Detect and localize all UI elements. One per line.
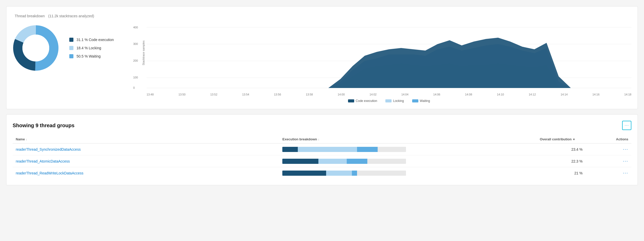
exec-breakdown-cell [279,143,471,155]
actions-cell: ··· [586,155,632,167]
x-label-1402: 14:02 [369,93,377,96]
thread-name-cell: readerThread_AtomicDataAccess [13,155,279,167]
contribution-cell: 21 % [471,167,586,179]
options-button[interactable]: ··· [622,121,631,130]
col-header-contrib[interactable]: Overall contribution [471,135,586,143]
thread-groups-header: Showing 9 thread groups ··· [13,121,631,130]
exec-breakdown-cell [279,155,471,167]
chart-legend-code: Code execution [348,99,377,103]
col-header-name[interactable]: Name [13,135,279,143]
chart-legend-icon-code [348,99,354,102]
actions-cell: ··· [586,143,632,155]
x-label-1408: 14:08 [465,93,472,96]
chart-legend-label-waiting: Waiting [420,99,430,103]
actions-cell: ··· [586,167,632,179]
chart-legend-waiting: Waiting [412,99,430,103]
card-subtitle: (11.2k stacktraces analyzed) [48,14,94,18]
x-label-1414: 14:14 [561,93,568,96]
row-actions-button[interactable]: ··· [623,158,628,164]
y-tick-300: 300 [133,42,138,45]
legend-label-locking: 18.4 % Locking [77,46,101,50]
row-actions-button[interactable]: ··· [623,170,628,175]
exec-bar-locking [326,171,352,176]
exec-bar-other [367,159,406,164]
thread-groups-title: Showing 9 thread groups [13,123,74,128]
x-label-1416: 14:16 [592,93,600,96]
thread-name-cell: readerThread_ReadWriteLockDataAccess [13,167,279,179]
table-row: readerThread_SynchronizedDataAccess 23.4… [13,143,631,155]
exec-breakdown-cell [279,167,471,179]
exec-bar-waiting [347,159,367,164]
donut-section: 31.1 % Code execution 18.4 % Locking 50.… [13,25,121,71]
chart-legend-icon-locking [385,99,392,102]
chart-legend-label-locking: Locking [393,99,404,103]
card-title: Thread breakdown (11.2k stacktraces anal… [13,13,631,19]
area-chart-section: Stacktrace samples [131,25,631,103]
x-label-1404: 14:04 [401,93,409,96]
y-tick-100: 100 [133,76,138,79]
exec-bar-waiting [357,147,378,152]
page: Thread breakdown (11.2k stacktraces anal… [0,0,644,241]
row-actions-button[interactable]: ··· [623,147,628,152]
legend-dot-locking [69,46,73,50]
thread-breakdown-card: Thread breakdown (11.2k stacktraces anal… [6,6,638,109]
x-label-1412: 14:12 [529,93,536,96]
exec-bar-other [357,171,406,176]
donut-chart [13,25,59,71]
breakdown-content: 31.1 % Code execution 18.4 % Locking 50.… [13,25,631,103]
chart-legend: Code execution Locking Waiting [147,99,631,103]
col-header-actions: Actions [586,135,632,143]
legend: 31.1 % Code execution 18.4 % Locking 50.… [69,38,114,58]
legend-dot-code [69,38,73,42]
legend-item-code: 31.1 % Code execution [69,38,114,42]
exec-bar-waiting [352,171,357,176]
table-row: readerThread_ReadWriteLockDataAccess 21 … [13,167,631,179]
col-header-exec[interactable]: Execution breakdown [279,135,471,143]
thread-name-cell: readerThread_SynchronizedDataAccess [13,143,279,155]
contribution-cell: 23.4 % [471,143,586,155]
exec-bar-code [282,147,298,152]
exec-bar [282,147,406,152]
exec-bar-other [378,147,406,152]
y-tick-400: 400 [133,26,138,29]
x-label-1418: 14:18 [624,93,631,96]
table-row: readerThread_AtomicDataAccess 22.3 % ··· [13,155,631,167]
x-label-1356: 13:56 [274,93,281,96]
exec-bar-code [282,159,318,164]
svg-point-3 [22,35,49,61]
area-chart: 400 300 200 100 0 [147,25,631,92]
exec-bar-code [282,171,326,176]
chart-legend-label-code: Code execution [356,99,377,103]
chart-legend-icon-waiting [412,99,418,102]
legend-label-waiting: 50.5 % Waiting [77,54,101,58]
contribution-cell: 22.3 % [471,155,586,167]
exec-bar-locking [298,147,357,152]
legend-label-code: 31.1 % Code execution [77,38,114,42]
card-title-text: Thread breakdown [15,14,45,18]
x-label-1352: 13:52 [210,93,217,96]
thread-groups-card: Showing 9 thread groups ··· Name Executi… [6,114,638,185]
x-label-1410: 14:10 [497,93,504,96]
legend-item-waiting: 50.5 % Waiting [69,54,114,58]
y-axis-label: Stacktrace samples [142,41,145,65]
x-label-1348: 13:48 [147,93,154,96]
legend-dot-waiting [69,54,73,58]
x-label-1400: 14:00 [338,93,345,96]
x-label-1354: 13:54 [242,93,249,96]
legend-item-locking: 18.4 % Locking [69,46,114,50]
x-label-1358: 13:58 [306,93,313,96]
chart-legend-locking: Locking [385,99,404,103]
exec-bar [282,159,406,164]
thread-name-link[interactable]: readerThread_ReadWriteLockDataAccess [16,171,83,175]
exec-bar-locking [318,159,347,164]
exec-bar [282,171,406,176]
table-header-row: Name Execution breakdown Overall contrib… [13,135,631,143]
x-label-1406: 14:06 [433,93,440,96]
thread-name-link[interactable]: readerThread_AtomicDataAccess [16,159,70,163]
thread-groups-table: Name Execution breakdown Overall contrib… [13,135,631,179]
y-tick-0: 0 [133,86,135,89]
x-axis-labels: 13:48 13:50 13:52 13:54 13:56 13:58 14:0… [147,92,631,96]
x-label-1350: 13:50 [179,93,186,96]
y-tick-200: 200 [133,59,138,62]
thread-name-link[interactable]: readerThread_SynchronizedDataAccess [16,147,81,151]
